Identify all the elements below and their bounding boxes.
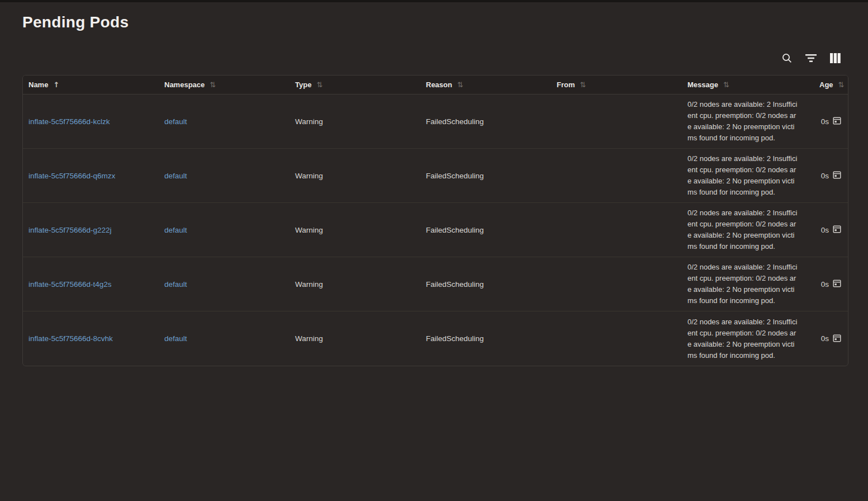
sort-icon: ⇅ [210,81,216,89]
type-cell: Warning [290,172,420,180]
search-button[interactable] [781,53,793,65]
column-header-type[interactable]: Type ⇅ [290,81,420,89]
column-label: Name [29,81,48,89]
age-value: 0s [821,226,829,234]
namespace-link[interactable]: default [164,172,187,180]
message-line: ms found for incoming pod. [687,295,806,306]
name-cell: inflate-5c5f75666d-q6mzx [23,172,159,180]
sort-ascending-icon: ↑ [53,81,59,89]
pod-name-link[interactable]: inflate-5c5f75666d-kclzk [29,117,110,126]
reason-cell: FailedScheduling [420,172,551,180]
pod-name-link[interactable]: inflate-5c5f75666d-g222j [29,226,112,234]
message-line: ms found for incoming pod. [687,241,806,252]
name-cell: inflate-5c5f75666d-kclzk [23,117,159,126]
namespace-link[interactable]: default [164,334,187,343]
message-line: ms found for incoming pod. [687,133,806,144]
message-cell: 0/2 nodes are available: 2 Insuffici ent… [682,99,814,144]
namespace-cell: default [159,280,290,289]
calendar-icon [833,225,841,235]
table-row[interactable]: inflate-5c5f75666d-g222j default Warning… [23,203,848,257]
message-line: 0/2 nodes are available: 2 Insuffici [687,207,806,219]
name-cell: inflate-5c5f75666d-g222j [23,226,159,234]
column-header-namespace[interactable]: Namespace ⇅ [159,81,290,89]
age-value: 0s [821,117,829,126]
reason-cell: FailedScheduling [420,280,551,289]
namespace-link[interactable]: default [164,117,187,126]
message-line: ms found for incoming pod. [687,350,806,361]
namespace-cell: default [159,334,290,343]
column-header-age[interactable]: Age ⇅ [814,81,852,89]
sort-icon: ⇅ [838,81,845,89]
name-cell: inflate-5c5f75666d-t4g2s [23,280,159,289]
message-line: e available: 2 No preemption victi [687,339,806,350]
message-line: e available: 2 No preemption victi [687,176,806,187]
message-line: 0/2 nodes are available: 2 Insuffici [687,262,806,273]
reason-cell: FailedScheduling [420,334,551,343]
namespace-cell: default [159,226,290,234]
columns-button[interactable] [829,53,841,65]
message-line: e available: 2 No preemption victi [687,230,806,241]
message-cell: 0/2 nodes are available: 2 Insuffici ent… [682,316,814,361]
table-row[interactable]: inflate-5c5f75666d-t4g2s default Warning… [23,257,848,311]
type-cell: Warning [290,117,420,126]
table-row[interactable]: inflate-5c5f75666d-8cvhk default Warning… [23,311,848,366]
age-cell: 0s [814,116,848,126]
sort-icon: ⇅ [723,81,729,89]
message-line: ent cpu. preemption: 0/2 nodes ar [687,328,806,339]
window-top-edge [0,0,868,2]
message-line: e available: 2 No preemption victi [687,284,806,295]
age-cell: 0s [814,225,848,235]
filter-icon [805,54,817,65]
age-cell: 0s [814,171,848,181]
column-label: Reason [426,81,452,89]
page-title: Pending Pods [22,13,129,31]
age-cell: 0s [814,334,848,344]
column-label: Message [687,81,718,89]
message-cell: 0/2 nodes are available: 2 Insuffici ent… [682,153,814,198]
column-header-name[interactable]: Name ↑ [23,81,159,89]
pod-name-link[interactable]: inflate-5c5f75666d-8cvhk [29,334,113,343]
namespace-link[interactable]: default [164,226,187,234]
type-cell: Warning [290,226,420,234]
namespace-link[interactable]: default [164,280,187,289]
sort-icon: ⇅ [316,81,322,89]
calendar-icon [833,279,841,289]
reason-cell: FailedScheduling [420,117,551,126]
message-line: ent cpu. preemption: 0/2 nodes ar [687,164,806,176]
column-header-from[interactable]: From ⇅ [551,81,682,89]
filter-button[interactable] [805,53,817,65]
name-cell: inflate-5c5f75666d-8cvhk [23,334,159,343]
age-value: 0s [821,172,829,180]
column-label: Type [295,81,311,89]
pod-name-link[interactable]: inflate-5c5f75666d-q6mzx [29,172,115,180]
calendar-icon [833,116,841,126]
type-cell: Warning [290,280,420,289]
table-body: inflate-5c5f75666d-kclzk default Warning… [23,94,848,366]
calendar-icon [833,171,841,181]
table-header-row: Name ↑ Namespace ⇅ Type ⇅ Reason ⇅ From … [23,75,848,94]
column-label: Namespace [164,81,205,89]
message-line: ent cpu. preemption: 0/2 nodes ar [687,110,806,121]
column-label: Age [819,81,833,89]
column-label: From [557,81,575,89]
message-line: ent cpu. preemption: 0/2 nodes ar [687,273,806,284]
namespace-cell: default [159,172,290,180]
message-line: e available: 2 No preemption victi [687,121,806,133]
columns-icon [830,53,841,65]
table-row[interactable]: inflate-5c5f75666d-kclzk default Warning… [23,94,848,149]
table-row[interactable]: inflate-5c5f75666d-q6mzx default Warning… [23,149,848,203]
message-line: ent cpu. preemption: 0/2 nodes ar [687,219,806,230]
pod-name-link[interactable]: inflate-5c5f75666d-t4g2s [29,280,112,289]
age-value: 0s [821,280,829,289]
age-cell: 0s [814,279,848,289]
message-line: ms found for incoming pod. [687,187,806,198]
calendar-icon [833,334,841,344]
age-value: 0s [821,334,829,343]
message-line: 0/2 nodes are available: 2 Insuffici [687,99,806,110]
sort-icon: ⇅ [580,81,586,89]
message-line: 0/2 nodes are available: 2 Insuffici [687,316,806,328]
message-cell: 0/2 nodes are available: 2 Insuffici ent… [682,207,814,252]
column-header-reason[interactable]: Reason ⇅ [420,81,551,89]
reason-cell: FailedScheduling [420,226,551,234]
column-header-message[interactable]: Message ⇅ [682,81,814,89]
